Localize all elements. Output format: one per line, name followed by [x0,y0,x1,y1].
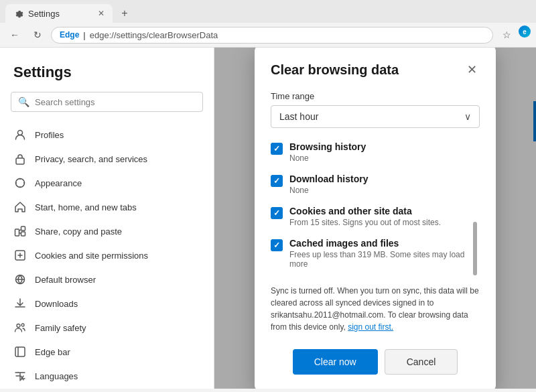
tab-bar: Settings ✕ + [0,0,536,23]
svg-rect-3 [15,229,19,236]
cookies-desc: From 15 sites. Signs you out of most sit… [289,218,441,227]
start-home-label: Start, home, and new tabs [35,202,137,212]
address-bar[interactable]: Edge | edge://settings/clearBrowserData [51,27,493,44]
downloads-icon [13,297,27,310]
sidebar-item-cookies[interactable]: Cookies and site permissions [0,243,214,267]
dialog-close-button[interactable]: ✕ [464,62,480,78]
family-safety-label: Family safety [35,323,86,333]
svg-point-8 [17,324,20,328]
svg-rect-10 [15,347,25,356]
dialog-header: Clear browsing data ✕ [271,62,480,78]
active-tab[interactable]: Settings ✕ [5,4,113,23]
sidebar-item-profiles[interactable]: Profiles [0,123,214,147]
share-icon [13,224,27,238]
sidebar-item-privacy[interactable]: Privacy, search, and services [0,147,214,171]
cached-content: Cached images and files Frees up less th… [289,238,480,269]
edge-label: Edge [60,30,79,40]
back-button[interactable]: ← [5,25,24,44]
address-text: edge://settings/clearBrowserData [90,30,218,40]
edge-bar-icon [13,345,27,358]
check-icon: ✓ [273,208,280,218]
svg-point-9 [21,324,24,326]
dialog-title: Clear browsing data [271,62,399,78]
cached-desc: Frees up less than 319 MB. Some sites ma… [289,250,480,269]
profile-button[interactable]: e [519,25,531,38]
profiles-label: Profiles [35,130,64,140]
refresh-button[interactable]: ↻ [28,25,47,44]
languages-label: Languages [35,371,78,381]
cookies-label: Cookies and site permissions [35,251,148,261]
download-history-label: Download history [289,174,368,184]
sidebar-title: Settings [0,58,214,92]
dialog-wrapper: Clear browsing data ✕ Time range Last ho… [255,48,496,389]
favorites-button[interactable]: ☆ [497,25,516,44]
checkboxes-area: ✓ Browsing history None ✓ [271,141,480,279]
scrollbar-thumb[interactable] [473,222,477,275]
tab-title: Settings [28,9,60,19]
browser-chrome: Settings ✕ + ← ↻ Edge | edge://settings/… [0,0,536,48]
cached-item[interactable]: ✓ Cached images and files Frees up less … [271,238,480,269]
address-separator: | [83,30,85,40]
main-content: Settings 🔍 Profiles Privacy, search, and… [0,48,536,389]
check-icon: ✓ [273,144,280,153]
browsing-history-desc: None [289,153,366,163]
clear-browsing-data-dialog: Clear browsing data ✕ Time range Last ho… [255,48,496,389]
cached-label: Cached images and files [289,238,480,249]
dialog-actions: Clear now Cancel [271,349,480,375]
cookies-checkbox[interactable]: ✓ [271,207,283,219]
tab-close-button[interactable]: ✕ [98,9,105,18]
check-icon: ✓ [273,176,280,186]
browsing-history-content: Browsing history None [289,141,366,163]
modal-overlay: Clear browsing data ✕ Time range Last ho… [214,48,536,389]
search-icon: 🔍 [18,96,29,107]
cached-checkbox[interactable]: ✓ [271,239,283,251]
sidebar-item-share[interactable]: Share, copy and paste [0,219,214,243]
sidebar-item-family-safety[interactable]: Family safety [0,316,214,340]
chevron-down-icon: ∨ [464,111,471,122]
svg-rect-1 [16,158,24,164]
svg-rect-5 [21,232,25,236]
default-browser-label: Default browser [35,275,96,285]
clear-now-button[interactable]: Clear now [293,349,378,375]
start-home-icon [13,200,27,214]
sidebar-item-printers[interactable]: Printers [0,388,214,389]
search-input[interactable] [35,97,196,107]
default-browser-icon [13,273,27,286]
download-history-content: Download history None [289,174,368,195]
cookies-icon [13,249,27,262]
sidebar-item-edge-bar[interactable]: Edge bar [0,340,214,364]
download-history-item[interactable]: ✓ Download history None [271,174,480,195]
sidebar-item-languages[interactable]: Languages [0,364,214,388]
time-range-value: Last hour [279,111,318,122]
cookies-item[interactable]: ✓ Cookies and other site data From 15 si… [271,206,480,227]
nav-bar: ← ↻ Edge | edge://settings/clearBrowserD… [0,23,536,48]
sync-notice: Sync is turned off. When you turn on syn… [271,285,480,333]
time-range-label: Time range [271,91,480,101]
sidebar-item-default-browser[interactable]: Default browser [0,267,214,291]
browsing-history-label: Browsing history [289,141,366,152]
new-tab-button[interactable]: + [115,4,134,23]
languages-icon [13,369,27,383]
sidebar-item-start-home[interactable]: Start, home, and new tabs [0,195,214,219]
sidebar-item-appearance[interactable]: Appearance [0,171,214,195]
appearance-label: Appearance [35,178,82,188]
nav-icons: ☆ e [497,25,531,44]
browsing-history-checkbox[interactable]: ✓ [271,143,283,155]
privacy-icon [13,152,27,166]
download-history-desc: None [289,186,368,195]
cookies-content: Cookies and other site data From 15 site… [289,206,441,227]
profiles-icon [13,128,27,141]
settings-favicon [13,8,24,19]
cookies-label: Cookies and other site data [289,206,441,216]
search-box[interactable]: 🔍 [11,92,203,112]
download-history-checkbox[interactable]: ✓ [271,175,283,187]
sign-out-link[interactable]: sign out first. [348,322,393,332]
share-label: Share, copy and paste [35,226,122,237]
svg-point-2 [16,179,25,188]
time-range-select[interactable]: Last hour ∨ [271,105,480,128]
svg-rect-4 [21,226,25,231]
svg-point-0 [18,131,23,135]
cancel-button[interactable]: Cancel [385,349,458,375]
browsing-history-item[interactable]: ✓ Browsing history None [271,141,480,163]
sidebar-item-downloads[interactable]: Downloads [0,291,214,316]
